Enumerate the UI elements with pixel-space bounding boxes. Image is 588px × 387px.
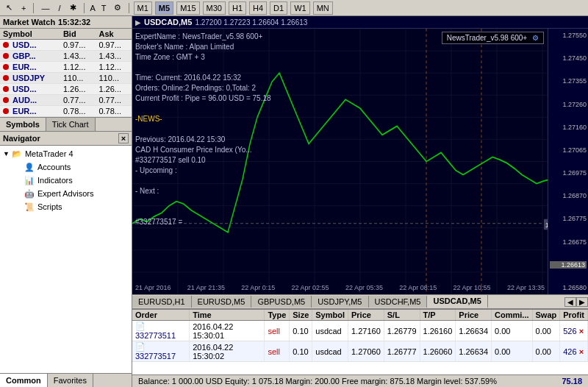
chart-tab-eurusd-m5[interactable]: EURUSD,M5	[192, 296, 252, 308]
price-2: 1.27450	[550, 54, 587, 62]
tf-mn[interactable]: MN	[313, 1, 333, 15]
navigator-close-btn[interactable]: ×	[118, 133, 129, 143]
price-7: 1.26975	[550, 169, 587, 177]
mw-row[interactable]: USDJPY 110... 110...	[0, 73, 132, 84]
chart-header: ▶ USDCAD,M5 1.27200 1.27223 1.26604 1.26…	[132, 16, 588, 29]
tf-h1[interactable]: H1	[229, 1, 246, 15]
chart-tab-usdcad-m5[interactable]: USDCAD,M5	[427, 295, 487, 308]
market-watch-title: Market Watch	[3, 18, 55, 26]
nav-item-label: Scripts	[37, 202, 62, 211]
mw-bid-cell: 110...	[60, 73, 96, 84]
mw-row[interactable]: USD... 1.26... 1.26...	[0, 84, 132, 95]
time-3: 22 Apr 0:15	[241, 284, 275, 291]
mw-row[interactable]: EUR... 0.78... 0.78...	[0, 106, 132, 117]
toolbar-btn-gear[interactable]: ⚙	[111, 1, 124, 15]
price-6: 1.27065	[550, 146, 587, 154]
order-tp: 1.26160	[420, 321, 456, 341]
tab-tick-chart[interactable]: Tick Chart	[46, 118, 96, 131]
ea-settings-icon[interactable]: ⚙	[532, 34, 539, 42]
nav-item-icon: 📊	[24, 174, 35, 186]
mw-row[interactable]: AUD... 0.77... 0.77...	[0, 95, 132, 106]
order-close-btn[interactable]: 📄	[135, 322, 146, 330]
order-row[interactable]: 📄 332773517 2016.04.22 15:30:02 sell 0.1…	[132, 341, 588, 362]
currency-dot	[3, 75, 9, 81]
nav-tab-favorites[interactable]: Favorites	[48, 374, 93, 387]
bottom-panel: Order Time Type Size Symbol Price S/L T/…	[132, 308, 588, 374]
mw-bid-cell: 1.43...	[60, 51, 96, 62]
mw-symbol-cell: USD...	[0, 40, 60, 51]
price-10: 1.26675	[550, 238, 587, 246]
order-num: 📄 332773517	[132, 341, 190, 362]
chart-tab-usdchf-m5[interactable]: USDCHF,M5	[369, 296, 428, 308]
order-row[interactable]: 📄 332773511 2016.04.22 15:30:01 sell 0.1…	[132, 321, 588, 341]
toolbar-btn-plus[interactable]: +	[18, 1, 29, 15]
mw-ask-cell: 1.26...	[96, 84, 132, 95]
tf-h4[interactable]: H4	[249, 1, 267, 15]
price-5: 1.27160	[550, 124, 587, 131]
tree-expand-icon[interactable]: ▼	[3, 150, 10, 157]
mw-bid-cell: 0.77...	[60, 95, 96, 106]
chart-tab-gbpusd-m5[interactable]: GBPUSD,M5	[251, 296, 312, 308]
market-watch-header: Market Watch 15:32:32	[0, 16, 132, 29]
chart-tab-scroll-left[interactable]: ◀	[564, 297, 576, 307]
order-num: 📄 332773511	[132, 321, 190, 341]
tf-d1[interactable]: D1	[270, 1, 287, 15]
chart-tab-eurusd-h1[interactable]: EURUSD,H1	[132, 296, 192, 308]
right-panel: ▶ USDCAD,M5 1.27200 1.27223 1.26604 1.26…	[132, 16, 588, 387]
mw-ask-cell: 0.78...	[96, 106, 132, 117]
currency-dot	[3, 53, 9, 59]
tf-m15[interactable]: M15	[176, 1, 199, 15]
col-sl: S/L	[384, 310, 420, 321]
order-sl: 1.26779	[384, 321, 420, 341]
nav-item-expert-advisors[interactable]: 🤖 Expert Advisors	[1, 187, 130, 200]
nav-item-scripts[interactable]: 📜 Scripts	[1, 200, 130, 213]
nav-item-label: Accounts	[37, 163, 71, 171]
nav-item-metatrader-4[interactable]: ▼ 📂 MetaTrader 4	[1, 147, 130, 160]
currency-dot	[3, 64, 9, 70]
mw-symbol-text: USD...	[12, 40, 36, 49]
order-commission: 0.00	[492, 341, 532, 362]
nav-item-icon: 📜	[24, 201, 35, 213]
nav-item-accounts[interactable]: 👤 Accounts	[1, 160, 130, 174]
nav-item-label: Expert Advisors	[37, 189, 93, 198]
col-swap: Swap	[532, 310, 560, 321]
order-close-x[interactable]: ×	[579, 347, 584, 356]
toolbar-btn-line[interactable]: —	[38, 1, 52, 15]
currency-dot	[3, 86, 9, 92]
toolbar-sep-3	[129, 3, 129, 13]
mw-row[interactable]: EUR... 1.12... 1.12...	[0, 62, 132, 73]
time-1: 21 Apr 2016	[135, 284, 171, 291]
chart-area[interactable]: 1.26613 ExpertName : NewsTrader_v5.98 60…	[132, 29, 588, 294]
mw-symbol-text: USD...	[12, 85, 36, 93]
tf-m30[interactable]: M30	[203, 1, 226, 15]
chart-svg: 1.26613	[132, 29, 588, 294]
mw-row[interactable]: GBP... 1.43... 1.43...	[0, 51, 132, 62]
chart-tab-usdjpy-m5[interactable]: USDJPY,M5	[312, 296, 368, 308]
order-symbol: usdcad	[312, 341, 348, 362]
toolbar-btn-diagonal[interactable]: /	[55, 1, 63, 15]
tf-m5[interactable]: M5	[155, 1, 173, 15]
toolbar-btn-star[interactable]: ✱	[67, 1, 79, 15]
tf-w1[interactable]: W1	[290, 1, 310, 15]
market-watch-time: 15:32:32	[58, 18, 90, 26]
col-tp: T/P	[420, 310, 456, 321]
status-balance-text: Balance: 1 000.00 USD Equity: 1 075.18 M…	[138, 377, 497, 386]
chart-tab-scroll-right[interactable]: ▶	[576, 297, 588, 307]
currency-dot	[3, 42, 9, 48]
order-type: sell	[265, 341, 290, 362]
price-3: 1.27355	[550, 77, 587, 85]
order-close-x[interactable]: ×	[579, 327, 584, 335]
mw-bid-cell: 0.78...	[60, 106, 96, 117]
order-size: 0.10	[290, 321, 312, 341]
nav-tab-common[interactable]: Common	[0, 374, 48, 387]
tab-symbols[interactable]: Symbols	[0, 118, 46, 131]
mw-row[interactable]: USD... 0.97... 0.97...	[0, 40, 132, 51]
nav-item-indicators[interactable]: 📊 Indicators	[1, 174, 130, 187]
mw-ask-cell: 0.97...	[96, 40, 132, 51]
chart-symbol: USDCAD,M5	[144, 18, 192, 26]
toolbar-btn-arrow[interactable]: ↖	[3, 1, 15, 15]
tf-m1[interactable]: M1	[134, 1, 152, 15]
mw-symbol-text: GBP...	[12, 52, 36, 60]
currency-dot	[3, 97, 9, 103]
order-close-btn[interactable]: 📄	[135, 342, 146, 351]
